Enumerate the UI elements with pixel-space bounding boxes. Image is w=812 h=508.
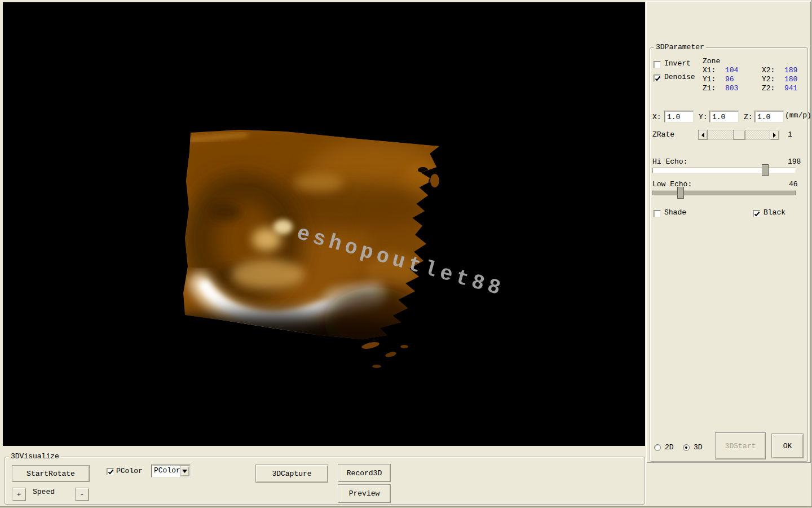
speed-label: Speed (33, 488, 55, 496)
ultrasound-3d-render (3, 2, 645, 446)
speed-plus-button[interactable]: + (12, 488, 26, 501)
zone-y2-label: Y2: (762, 76, 775, 84)
zone-x1-value: 104 (725, 67, 738, 75)
low-echo-slider-track[interactable] (652, 190, 796, 195)
zone-z2-label: Z2: (762, 85, 775, 93)
low-echo-slider-thumb[interactable] (677, 187, 684, 199)
radio-dot-icon (685, 446, 687, 449)
zrate-value: 1 (788, 131, 792, 139)
zone-y1-label: Y1: (703, 76, 716, 84)
low-echo-value: 46 (789, 181, 798, 189)
pcolor-checkbox[interactable] (107, 468, 114, 475)
zone-y2-value: 180 (784, 76, 797, 84)
x-scale-input[interactable] (664, 111, 694, 122)
invert-label: Invert (664, 60, 691, 68)
zone-z2-value: 941 (784, 85, 797, 93)
hi-echo-value: 198 (788, 158, 801, 166)
denoise-checkbox[interactable] (654, 75, 661, 82)
zrate-thumb[interactable] (733, 130, 745, 140)
start-rotate-button[interactable]: StartRotate (12, 465, 90, 482)
hi-echo-slider-thumb[interactable] (762, 164, 769, 176)
check-icon (754, 211, 760, 217)
check-icon (108, 469, 114, 475)
hi-echo-slider-track[interactable] (652, 168, 796, 173)
mode-2d-label: 2D (665, 444, 674, 452)
low-echo-label: Low Echo: (652, 181, 692, 189)
arrow-left-icon (701, 133, 705, 138)
z-scale-input[interactable] (754, 111, 784, 122)
speed-minus-button[interactable]: - (75, 488, 89, 501)
arrow-right-icon (773, 133, 776, 138)
black-checkbox[interactable] (753, 210, 760, 217)
denoise-label: Denoise (664, 73, 695, 81)
3dstart-button[interactable]: 3DStart (715, 432, 766, 459)
y-scale-input[interactable] (709, 111, 739, 122)
zrate-label: ZRate (652, 131, 674, 139)
zone-z1-label: Z1: (703, 85, 716, 93)
mode-2d-radio[interactable] (654, 444, 661, 451)
visualize-groupbox: 3DVisualize StartRotate PColor PColor 3D… (5, 457, 645, 505)
record3d-button[interactable]: Record3D (338, 464, 391, 482)
zrate-left-arrow-button[interactable] (698, 130, 708, 140)
chevron-down-icon (182, 470, 187, 473)
zrate-right-arrow-button[interactable] (770, 130, 779, 140)
pcolor-label: PColor (116, 467, 143, 475)
zone-z1-value: 803 (725, 85, 738, 93)
x-scale-label: X: (652, 113, 661, 121)
shade-checkbox[interactable] (654, 210, 661, 217)
mode-3d-radio[interactable] (683, 444, 690, 451)
scale-unit-label: (mm/p) (785, 112, 811, 120)
render-viewport[interactable]: eshopoutlet88 (3, 2, 645, 446)
zone-x2-label: X2: (762, 67, 775, 75)
mode-3d-label: 3D (694, 444, 703, 452)
hi-echo-label: Hi Echo: (652, 158, 687, 166)
z-scale-label: Z: (744, 113, 753, 121)
zone-x2-value: 189 (784, 67, 797, 75)
invert-checkbox[interactable] (654, 61, 661, 68)
zone-title: Zone (703, 58, 720, 65)
shade-label: Shade (664, 209, 686, 217)
zone-x1-label: X1: (703, 67, 716, 75)
zone-y1-value: 96 (725, 76, 734, 84)
pcolor-dropdown-button[interactable] (180, 466, 189, 476)
y-scale-label: Y: (699, 113, 708, 121)
pcolor-dropdown[interactable]: PColor (151, 465, 191, 478)
parameter-group-title: 3DParameter (654, 43, 706, 51)
parameter-groupbox: 3DParameter Invert Denoise Zone X1: 104 … (650, 47, 808, 462)
visualize-group-title: 3DVisualize (9, 453, 61, 461)
3dcapture-button[interactable]: 3DCapture (255, 465, 328, 483)
app-window: { "viewport": { "watermark": "eshopoutle… (0, 0, 812, 508)
parameter-panel: 3DParameter Invert Denoise Zone X1: 104 … (646, 1, 811, 463)
check-icon (655, 76, 661, 82)
black-label: Black (764, 209, 785, 217)
zrate-scrollbar (698, 130, 779, 140)
ok-button[interactable]: OK (771, 433, 804, 458)
preview-button[interactable]: Preview (338, 484, 391, 503)
